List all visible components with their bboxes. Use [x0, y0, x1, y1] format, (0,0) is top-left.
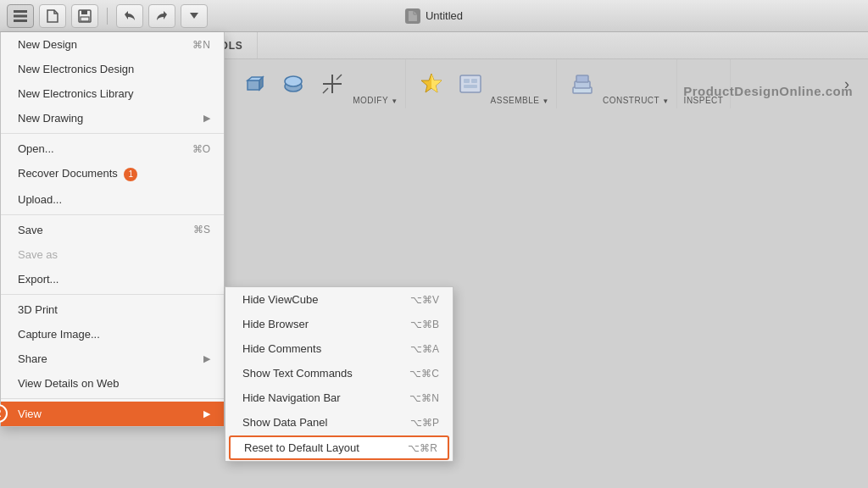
redo-button[interactable] — [148, 4, 175, 28]
svg-line-20 — [323, 88, 328, 93]
submenu-hide-browser[interactable]: Hide Browser ⌥⌘B — [225, 312, 453, 336]
menu-capture-image[interactable]: Capture Image... — [1, 322, 224, 347]
svg-rect-14 — [248, 80, 259, 90]
menu-view-details[interactable]: View Details on Web — [1, 371, 224, 396]
star-icon — [416, 69, 447, 99]
title-bar-center: Untitled — [405, 8, 463, 24]
panel-icon — [455, 69, 486, 99]
svg-rect-24 — [471, 79, 477, 83]
assemble-section-label: ASSEMBLE ▼ — [491, 96, 549, 108]
svg-line-19 — [337, 75, 342, 80]
file-button[interactable] — [39, 4, 66, 28]
title-bar-left — [0, 4, 208, 28]
sep3 — [1, 294, 224, 295]
construct-dropdown-arrow: ▼ — [662, 97, 669, 105]
stack-icon — [567, 69, 598, 99]
menu-export[interactable]: Export... — [1, 267, 224, 291]
menu-new-electronics-design[interactable]: New Electronics Design — [1, 57, 224, 81]
cube-icon — [239, 69, 270, 99]
modify-section-label: MODIFY ▼ — [353, 96, 398, 108]
menu-3d-print[interactable]: 3D Print — [1, 297, 224, 322]
menu-save[interactable]: Save ⌘S — [1, 218, 224, 242]
menu-share[interactable]: Share ▶ — [1, 347, 224, 371]
submenu-show-text-commands[interactable]: Show Text Commands ⌥⌘C — [225, 361, 453, 385]
separator — [107, 8, 108, 25]
svg-rect-5 — [81, 17, 89, 21]
star-button[interactable] — [413, 67, 450, 101]
submenu-hide-viewcube[interactable]: Hide ViewCube ⌥⌘V — [225, 287, 453, 312]
step-badge: 2 — [0, 404, 8, 423]
document-icon — [405, 8, 420, 24]
svg-rect-25 — [464, 85, 477, 88]
menu-overlay: New Design ⌘N New Electronics Design New… — [0, 32, 225, 427]
submenu-show-data-panel[interactable]: Show Data Panel ⌥⌘P — [225, 410, 453, 435]
svg-rect-0 — [14, 10, 27, 13]
menu-new-design[interactable]: New Design ⌘N — [1, 32, 224, 57]
crosshair-button[interactable] — [314, 67, 351, 101]
menu-new-electronics-library[interactable]: New Electronics Library — [1, 81, 224, 106]
menu-recover-documents[interactable]: Recover Documents 1 — [1, 161, 224, 187]
svg-rect-2 — [14, 19, 27, 22]
construct-section-label: CONSTRUCT ▼ — [603, 96, 670, 108]
svg-rect-4 — [81, 10, 87, 14]
menu-open[interactable]: Open... ⌘O — [1, 136, 224, 161]
panel-button[interactable] — [452, 67, 489, 101]
menu-save-as[interactable]: Save as — [1, 242, 224, 267]
stack-button[interactable] — [564, 67, 601, 101]
assemble-group: ASSEMBLE ▼ — [406, 59, 557, 108]
view-submenu: Hide ViewCube ⌥⌘V Hide Browser ⌥⌘B Hide … — [225, 286, 453, 462]
svg-rect-22 — [460, 75, 481, 92]
submenu-hide-comments[interactable]: Hide Comments ⌥⌘A — [225, 336, 453, 361]
app-menu-button[interactable] — [7, 4, 34, 28]
menu-new-drawing[interactable]: New Drawing ▶ — [1, 106, 224, 130]
svg-rect-28 — [576, 75, 588, 82]
document-title: Untitled — [426, 9, 463, 22]
submenu-hide-navigation-bar[interactable]: Hide Navigation Bar ⌥⌘N — [225, 385, 453, 410]
undo-button[interactable] — [116, 4, 143, 28]
sep4 — [1, 398, 224, 399]
primary-menu: New Design ⌘N New Electronics Design New… — [0, 32, 225, 427]
cube-button[interactable] — [236, 67, 273, 101]
history-dropdown-button[interactable] — [181, 4, 208, 28]
cube2-button[interactable] — [275, 67, 312, 101]
save-button[interactable] — [71, 4, 98, 28]
menu-view[interactable]: 2 View ▶ — [1, 402, 224, 426]
assemble-dropdown-arrow: ▼ — [542, 97, 548, 105]
svg-point-16 — [285, 76, 302, 86]
submenu-reset-layout[interactable]: Reset to Default Layout ⌥⌘R — [229, 435, 449, 460]
construct-group: CONSTRUCT ▼ — [557, 59, 677, 108]
sep2 — [1, 214, 224, 215]
title-bar: Untitled — [0, 0, 868, 32]
sep1 — [1, 133, 224, 134]
menu-upload[interactable]: Upload... — [1, 187, 224, 212]
crosshair-icon — [317, 69, 348, 99]
watermark: ProductDesignOnline.com — [683, 84, 853, 98]
modify-dropdown-arrow: ▼ — [391, 97, 398, 105]
svg-rect-1 — [14, 14, 27, 17]
cube2-icon — [278, 69, 309, 99]
svg-rect-23 — [464, 79, 470, 83]
